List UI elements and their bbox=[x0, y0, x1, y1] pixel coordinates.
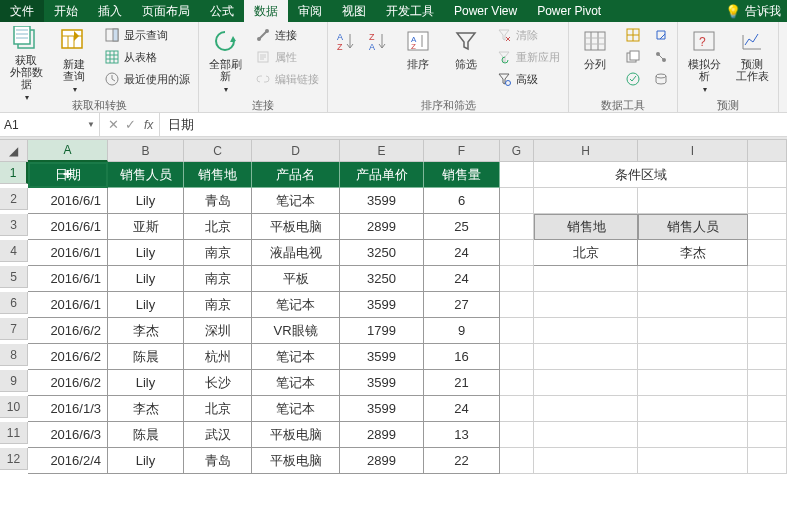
text-to-columns-button[interactable]: 分列 bbox=[573, 24, 617, 96]
cell-H7[interactable] bbox=[534, 318, 638, 344]
cell-B5[interactable]: Lily bbox=[108, 266, 184, 292]
cell-H12[interactable] bbox=[534, 448, 638, 474]
col-header-A[interactable]: A bbox=[28, 140, 108, 162]
refresh-all-button[interactable]: 全部刷新 bbox=[203, 24, 247, 96]
cell-B1[interactable]: 销售人员 bbox=[108, 162, 184, 188]
cell-H1[interactable]: 条件区域 bbox=[534, 162, 748, 188]
row-header-8[interactable]: 8 bbox=[0, 344, 28, 366]
cell-F11[interactable]: 13 bbox=[424, 422, 500, 448]
clear-filter-button[interactable]: 清除 bbox=[492, 24, 564, 46]
cell-C6[interactable]: 南京 bbox=[184, 292, 252, 318]
row-header-9[interactable]: 9 bbox=[0, 370, 28, 392]
cell-E9[interactable]: 3599 bbox=[340, 370, 424, 396]
sheet-grid[interactable]: ◢ A B C D E F G H I 1 日期 销售人员 销售地 产品名 产品… bbox=[0, 140, 787, 474]
cell-A7[interactable]: 2016/6/2 bbox=[28, 318, 108, 344]
cell-B7[interactable]: 李杰 bbox=[108, 318, 184, 344]
cell-I6[interactable] bbox=[638, 292, 748, 318]
cell-E5[interactable]: 3250 bbox=[340, 266, 424, 292]
cell-F3[interactable]: 25 bbox=[424, 214, 500, 240]
tab-view[interactable]: 视图 bbox=[332, 0, 376, 22]
consolidate-button[interactable] bbox=[649, 24, 673, 46]
cell-D4[interactable]: 液晶电视 bbox=[252, 240, 340, 266]
tab-powerpivot[interactable]: Power Pivot bbox=[527, 0, 611, 22]
cell-D10[interactable]: 笔记本 bbox=[252, 396, 340, 422]
row-header-11[interactable]: 11 bbox=[0, 422, 28, 444]
cell-I2[interactable] bbox=[638, 188, 748, 214]
formula-bar[interactable]: 日期 bbox=[160, 116, 787, 134]
cell-G1[interactable] bbox=[500, 162, 534, 188]
sort-asc-button[interactable]: AZ bbox=[332, 24, 360, 96]
cell-B12[interactable]: Lily bbox=[108, 448, 184, 474]
col-header-blank[interactable] bbox=[748, 140, 787, 162]
tab-developer[interactable]: 开发工具 bbox=[376, 0, 444, 22]
sort-button[interactable]: AZ排序 bbox=[396, 24, 440, 96]
cell-A9[interactable]: 2016/6/2 bbox=[28, 370, 108, 396]
cell-C2[interactable]: 青岛 bbox=[184, 188, 252, 214]
cell-D1[interactable]: 产品名 bbox=[252, 162, 340, 188]
row-header-1[interactable]: 1 bbox=[0, 162, 28, 184]
properties-button[interactable]: 属性 bbox=[251, 46, 323, 68]
cell-H4[interactable]: 北京 bbox=[534, 240, 638, 266]
cell-edge[interactable] bbox=[748, 266, 787, 292]
edit-links-button[interactable]: 编辑链接 bbox=[251, 68, 323, 90]
cell-edge[interactable] bbox=[748, 318, 787, 344]
tab-formulas[interactable]: 公式 bbox=[200, 0, 244, 22]
flash-fill-button[interactable] bbox=[621, 24, 645, 46]
cell-I8[interactable] bbox=[638, 344, 748, 370]
row-header-3[interactable]: 3 bbox=[0, 214, 28, 236]
row-header-6[interactable]: 6 bbox=[0, 292, 28, 314]
cell-A2[interactable]: 2016/6/1 bbox=[28, 188, 108, 214]
cell-E4[interactable]: 3250 bbox=[340, 240, 424, 266]
col-header-I[interactable]: I bbox=[638, 140, 748, 162]
cell-I11[interactable] bbox=[638, 422, 748, 448]
cell-A8[interactable]: 2016/6/2 bbox=[28, 344, 108, 370]
cell-C5[interactable]: 南京 bbox=[184, 266, 252, 292]
cell-edge[interactable] bbox=[748, 448, 787, 474]
cell-edge[interactable] bbox=[748, 396, 787, 422]
cell-B2[interactable]: Lily bbox=[108, 188, 184, 214]
fx-icon[interactable]: fx bbox=[144, 113, 160, 136]
cell-H8[interactable] bbox=[534, 344, 638, 370]
cell-C12[interactable]: 青岛 bbox=[184, 448, 252, 474]
cell-I7[interactable] bbox=[638, 318, 748, 344]
cell-G8[interactable] bbox=[500, 344, 534, 370]
cell-C4[interactable]: 南京 bbox=[184, 240, 252, 266]
cell-C9[interactable]: 长沙 bbox=[184, 370, 252, 396]
row-header-5[interactable]: 5 bbox=[0, 266, 28, 288]
cell-A1[interactable]: 日期 bbox=[28, 162, 108, 188]
cell-C10[interactable]: 北京 bbox=[184, 396, 252, 422]
cell-D7[interactable]: VR眼镜 bbox=[252, 318, 340, 344]
cell-edge[interactable] bbox=[748, 240, 787, 266]
cell-G12[interactable] bbox=[500, 448, 534, 474]
cell-C3[interactable]: 北京 bbox=[184, 214, 252, 240]
cell-B11[interactable]: 陈晨 bbox=[108, 422, 184, 448]
new-query-button[interactable]: 新建 查询 bbox=[52, 24, 96, 96]
cell-F9[interactable]: 21 bbox=[424, 370, 500, 396]
name-box[interactable]: A1 ▼ bbox=[0, 113, 100, 136]
cell-F5[interactable]: 24 bbox=[424, 266, 500, 292]
cell-G5[interactable] bbox=[500, 266, 534, 292]
cell-E8[interactable]: 3599 bbox=[340, 344, 424, 370]
row-header-2[interactable]: 2 bbox=[0, 188, 28, 210]
cell-C1[interactable]: 销售地 bbox=[184, 162, 252, 188]
cell-I4[interactable]: 李杰 bbox=[638, 240, 748, 266]
cell-F4[interactable]: 24 bbox=[424, 240, 500, 266]
outline-button[interactable]: 分级 bbox=[783, 24, 787, 96]
cell-edge[interactable] bbox=[748, 292, 787, 318]
col-header-H[interactable]: H bbox=[534, 140, 638, 162]
whatif-button[interactable]: ?模拟分析 bbox=[682, 24, 726, 96]
cell-A10[interactable]: 2016/1/3 bbox=[28, 396, 108, 422]
cell-A5[interactable]: 2016/6/1 bbox=[28, 266, 108, 292]
cell-E6[interactable]: 3599 bbox=[340, 292, 424, 318]
cell-I9[interactable] bbox=[638, 370, 748, 396]
cell-D11[interactable]: 平板电脑 bbox=[252, 422, 340, 448]
cell-C11[interactable]: 武汉 bbox=[184, 422, 252, 448]
cell-I10[interactable] bbox=[638, 396, 748, 422]
sort-desc-button[interactable]: ZA bbox=[364, 24, 392, 96]
cell-B3[interactable]: 亚斯 bbox=[108, 214, 184, 240]
relationships-button[interactable] bbox=[649, 46, 673, 68]
cell-D5[interactable]: 平板 bbox=[252, 266, 340, 292]
cell-edge[interactable] bbox=[748, 214, 787, 240]
cell-F1[interactable]: 销售量 bbox=[424, 162, 500, 188]
cell-edge[interactable] bbox=[748, 370, 787, 396]
